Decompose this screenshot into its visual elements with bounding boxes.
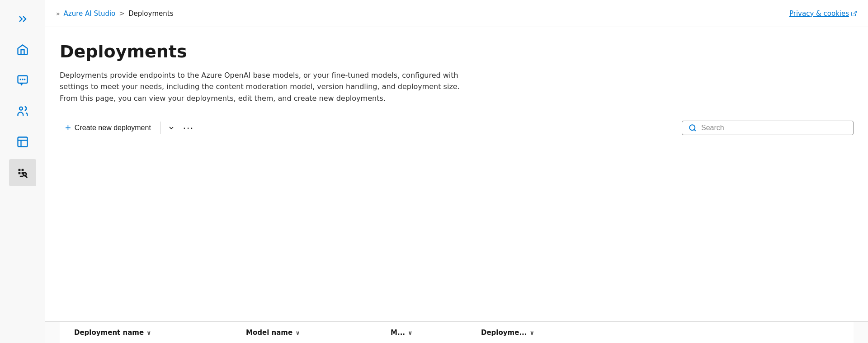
chevron-down-icon xyxy=(168,124,175,132)
sidebar xyxy=(0,0,45,343)
sort-icon-model-version: ∨ xyxy=(408,329,413,336)
create-deployment-button[interactable]: + Create new deployment xyxy=(60,119,156,136)
page-description: Deployments provide endpoints to the Azu… xyxy=(60,70,467,104)
svg-point-1 xyxy=(19,79,21,80)
privacy-cookies-link[interactable]: Privacy & cookies xyxy=(789,9,857,18)
sidebar-item-gallery[interactable] xyxy=(9,128,36,155)
sidebar-item-users[interactable] xyxy=(9,98,36,125)
svg-rect-10 xyxy=(18,172,20,174)
external-link-icon xyxy=(851,10,857,17)
more-icon: ··· xyxy=(183,122,194,134)
svg-line-13 xyxy=(854,11,856,14)
breadcrumb-expand-icon[interactable]: » xyxy=(56,10,60,17)
search-input[interactable] xyxy=(701,124,847,132)
more-options-button[interactable]: ··· xyxy=(179,118,198,137)
sidebar-expand[interactable] xyxy=(9,5,36,33)
breadcrumb-left: » Azure AI Studio > Deployments xyxy=(56,9,173,18)
sort-icon-model-name: ∨ xyxy=(295,329,300,336)
svg-point-3 xyxy=(24,79,25,80)
table-header-row: Deployment name ∨ Model name ∨ M... ∨ De… xyxy=(60,322,854,343)
sort-icon-deployment-type: ∨ xyxy=(529,329,534,336)
search-icon xyxy=(689,124,697,132)
col-header-deployment-name[interactable]: Deployment name ∨ xyxy=(74,329,246,337)
breadcrumb-current: Deployments xyxy=(128,9,174,18)
sidebar-item-deployments[interactable] xyxy=(9,159,36,186)
page-title: Deployments xyxy=(60,42,854,62)
col-header-model-version[interactable]: M... ∨ xyxy=(391,329,481,337)
breadcrumb-bar: » Azure AI Studio > Deployments Privacy … xyxy=(45,0,868,27)
svg-line-15 xyxy=(694,130,695,131)
table-section: Deployment name ∨ Model name ∨ M... ∨ De… xyxy=(45,321,868,343)
sidebar-item-chat[interactable] xyxy=(9,67,36,94)
plus-icon: + xyxy=(65,123,71,133)
toolbar-left: + Create new deployment ··· xyxy=(60,118,198,137)
search-box[interactable] xyxy=(682,121,854,135)
col-header-deployment-type[interactable]: Deployme... ∨ xyxy=(481,329,839,337)
breadcrumb-separator: > xyxy=(119,9,125,18)
toolbar: + Create new deployment ··· xyxy=(60,118,854,145)
toolbar-divider xyxy=(160,122,160,134)
create-button-label: Create new deployment xyxy=(75,124,151,132)
svg-rect-8 xyxy=(18,169,20,171)
sidebar-item-home[interactable] xyxy=(9,36,36,63)
dropdown-button[interactable] xyxy=(164,121,179,135)
svg-rect-9 xyxy=(21,169,24,171)
col-header-model-name[interactable]: Model name ∨ xyxy=(246,329,391,337)
svg-point-12 xyxy=(23,173,26,176)
svg-point-14 xyxy=(689,125,695,131)
main-area: » Azure AI Studio > Deployments Privacy … xyxy=(45,0,868,343)
sort-icon-deployment-name: ∨ xyxy=(146,329,151,336)
svg-rect-7 xyxy=(18,137,27,147)
svg-point-4 xyxy=(19,107,23,110)
svg-point-2 xyxy=(22,79,24,80)
page-content: Deployments Deployments provide endpoint… xyxy=(45,27,868,321)
breadcrumb-parent-link[interactable]: Azure AI Studio xyxy=(64,9,116,18)
